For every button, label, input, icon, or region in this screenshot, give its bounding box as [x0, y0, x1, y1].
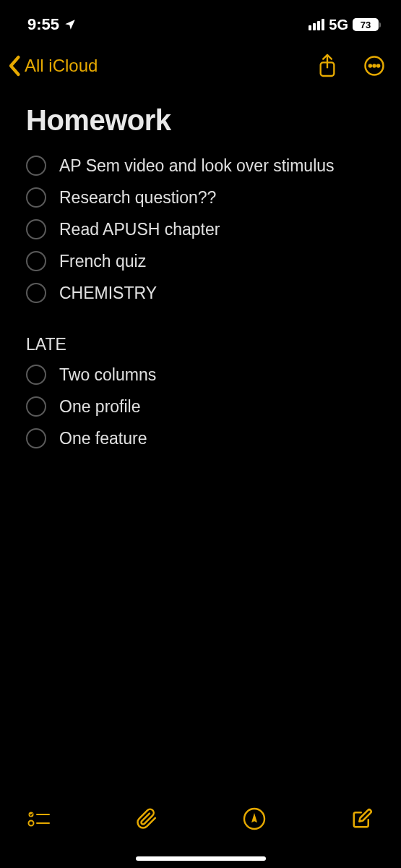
battery-level: 73 — [361, 20, 371, 30]
markup-button[interactable] — [240, 804, 269, 833]
svg-point-2 — [369, 65, 371, 67]
svg-point-4 — [377, 65, 379, 67]
checklist-button[interactable] — [25, 804, 53, 833]
svg-point-5 — [29, 812, 34, 817]
checklist-item-text: One feature — [59, 429, 147, 448]
checkbox-icon[interactable] — [26, 365, 46, 385]
status-right: 5G 73 — [309, 17, 381, 33]
share-icon — [317, 54, 337, 78]
checklist-item-text: French quiz — [59, 252, 146, 271]
share-button[interactable] — [317, 54, 337, 78]
status-time: 9:55 — [27, 15, 59, 34]
note-content[interactable]: Homework AP Sem video and look over stim… — [0, 88, 401, 454]
checklist-item-text: CHEMISTRY — [59, 284, 157, 303]
attachment-button[interactable] — [132, 804, 161, 833]
note-title: Homework — [26, 104, 375, 137]
checklist-item[interactable]: CHEMISTRY — [26, 277, 375, 309]
checkbox-icon[interactable] — [26, 283, 46, 303]
checklist-item[interactable]: French quiz — [26, 245, 375, 277]
checklist-item-text: Read APUSH chapter — [59, 220, 220, 239]
checkbox-icon[interactable] — [26, 251, 46, 271]
back-label: All iCloud — [25, 56, 98, 76]
checklist-item-text: Two columns — [59, 365, 156, 385]
checkbox-icon[interactable] — [26, 428, 46, 448]
checklist-icon — [27, 809, 51, 829]
checkbox-icon[interactable] — [26, 187, 46, 208]
home-indicator[interactable] — [136, 856, 266, 861]
checkbox-icon[interactable] — [26, 156, 46, 176]
more-button[interactable] — [363, 55, 385, 77]
nav-bar: All iCloud — [0, 39, 401, 88]
section-label: LATE — [26, 335, 375, 354]
checkbox-icon[interactable] — [26, 219, 46, 239]
pen-circle-icon — [243, 807, 266, 830]
ellipsis-circle-icon — [363, 55, 385, 77]
svg-point-3 — [374, 65, 376, 67]
network-type: 5G — [329, 17, 348, 33]
compose-icon — [351, 808, 373, 830]
battery-icon: 73 — [353, 18, 381, 31]
checkbox-icon[interactable] — [26, 396, 46, 417]
checklist-item[interactable]: Two columns — [26, 359, 375, 391]
checklist-item-text: AP Sem video and look over stimulus — [59, 156, 335, 176]
back-button[interactable]: All iCloud — [7, 55, 98, 77]
nav-actions — [317, 54, 385, 78]
svg-point-7 — [29, 821, 34, 826]
checklist-item[interactable]: Read APUSH chapter — [26, 213, 375, 245]
signal-icon — [309, 19, 324, 30]
checklist-item-text: One profile — [59, 397, 141, 417]
chevron-left-icon — [7, 55, 23, 77]
status-bar: 9:55 5G 73 — [0, 0, 401, 39]
checklist-item[interactable]: One feature — [26, 422, 375, 454]
checklist-item[interactable]: AP Sem video and look over stimulus — [26, 150, 375, 182]
compose-button[interactable] — [348, 804, 376, 833]
checklist-item-text: Research question?? — [59, 188, 216, 208]
location-icon — [64, 18, 77, 31]
paperclip-icon — [136, 807, 158, 830]
checklist-item[interactable]: One profile — [26, 391, 375, 422]
status-left: 9:55 — [27, 15, 77, 34]
checklist-item[interactable]: Research question?? — [26, 182, 375, 213]
